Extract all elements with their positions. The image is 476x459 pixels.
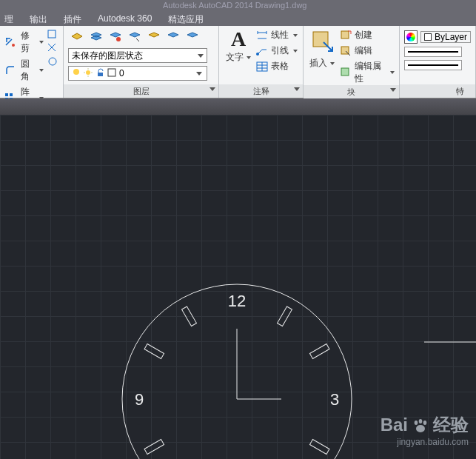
chevron-down-icon [39,69,44,72]
trim-button[interactable]: 修剪 [4,29,44,56]
ribbon: 修剪 圆角 阵列 [0,26,476,98]
color-swatch-icon [107,68,116,79]
layer-state-dropdown[interactable]: 未保存的图层状态 [68,48,207,63]
svg-rect-5 [48,30,56,38]
insert-block-icon [310,29,334,56]
watermark-text1: Bai [381,415,408,435]
panel-annotation: A 文字 线性 引线 表格 [219,26,304,98]
tool-icon-2[interactable] [47,42,58,54]
svg-rect-15 [108,69,115,76]
svg-point-40 [416,425,425,432]
layer-tool-3[interactable] [107,29,124,45]
edit-attr-button[interactable]: 编辑属性 [340,60,395,85]
leader-label: 引线 [271,44,289,57]
panel-title-annotation[interactable]: 注释 [219,84,303,98]
drawing-canvas[interactable]: 12 3 6 9 Bai 经验 jingyan.baidu.com [0,98,476,459]
svg-rect-33 [144,440,164,455]
chevron-down-icon [293,34,298,37]
bulb-on-icon [72,68,81,79]
svg-rect-2 [10,93,13,96]
create-block-button[interactable]: 创建 [340,29,395,41]
svg-rect-30 [309,440,329,455]
menu-item-output[interactable]: 输出 [30,13,47,26]
chevron-down-icon [390,71,395,74]
svg-point-9 [86,70,90,75]
fillet-icon [4,64,16,76]
panel-title-block[interactable]: 块 [304,85,399,98]
layer-tool-6[interactable] [164,29,182,45]
clock-9: 9 [135,390,144,409]
watermark-text2: 经验 [433,413,469,437]
color-wheel-icon[interactable] [404,30,418,44]
watermark-url: jingyan.baidu.com [381,437,469,447]
table-button[interactable]: 表格 [256,60,298,73]
layer-tool-1[interactable] [68,29,86,45]
trim-icon [4,36,16,48]
canvas-tab-strip [0,98,476,115]
menu-item-plugins[interactable]: 插件 [64,13,81,26]
panel-properties: ByLayer 特 [400,26,476,98]
linetype-dropdown[interactable] [404,47,462,57]
menu-bar: 理 输出 插件 Autodesk 360 精选应用 [0,13,476,26]
text-a-icon: A [231,29,246,50]
svg-rect-35 [182,306,197,326]
svg-point-16 [256,53,259,56]
menu-item-autodesk360[interactable]: Autodesk 360 [98,13,152,24]
layer-tool-7[interactable] [184,29,201,45]
text-button[interactable]: 文字 [226,51,244,64]
svg-rect-14 [98,73,103,76]
lock-open-icon [95,68,104,79]
tool-icon-3[interactable] [47,56,58,67]
title-bar: Autodesk AutoCAD 2014 Drawing1.dwg [0,0,476,13]
table-icon [256,61,268,73]
bylayer-color[interactable]: ByLayer [420,31,471,43]
layer-tool-2[interactable] [87,29,105,45]
fillet-label: 圆角 [21,58,33,83]
edit-block-button[interactable]: 编辑 [340,44,395,57]
chevron-down-icon [293,50,298,53]
panel-title-properties[interactable]: 特 [400,84,475,98]
svg-rect-22 [341,31,349,38]
insert-button[interactable]: 插入 [309,57,327,70]
table-label: 表格 [271,60,289,73]
svg-point-7 [116,37,121,41]
create-label: 创建 [355,29,372,41]
menu-item-dangling[interactable]: 理 [4,13,13,26]
lineweight-dropdown[interactable] [404,60,462,70]
panel-layers: 未保存的图层状态 0 图层 [64,26,219,98]
create-icon [340,30,352,41]
layer-tool-5[interactable] [145,29,163,45]
watermark: Bai 经验 jingyan.baidu.com [381,413,469,447]
stray-line [424,341,476,343]
svg-point-38 [419,419,423,423]
linear-icon [256,30,268,41]
edit-attr-label: 编辑属性 [355,60,386,85]
fillet-button[interactable]: 圆角 [4,57,44,84]
svg-point-0 [12,44,15,47]
leader-icon [256,45,268,57]
layer-state-value: 未保存的图层状态 [72,50,143,62]
edit-attr-icon [340,67,352,78]
linear-dim-button[interactable]: 线性 [256,29,298,41]
svg-point-8 [73,69,79,75]
panel-title-layers[interactable]: 图层 [64,84,218,98]
tool-icon-1[interactable] [47,29,58,41]
svg-rect-34 [144,344,164,359]
svg-point-39 [423,421,427,425]
clock-drawing: 12 3 6 9 [111,273,363,459]
leader-button[interactable]: 引线 [256,44,298,57]
layer-combo-dropdown[interactable]: 0 [68,66,207,81]
svg-rect-28 [278,306,292,326]
chevron-down-icon [330,62,335,65]
panel-modify: 修剪 圆角 阵列 [0,26,64,98]
menu-item-featured[interactable]: 精选应用 [168,13,204,26]
app-title: Autodesk AutoCAD 2014 Drawing1.dwg [163,1,306,10]
svg-rect-1 [5,93,8,96]
chevron-down-icon [198,54,204,58]
svg-rect-29 [309,344,329,359]
trim-label: 修剪 [21,30,33,55]
layer-tool-4[interactable] [126,29,144,45]
chevron-down-icon [247,56,251,59]
svg-rect-24 [341,68,349,76]
svg-point-6 [49,58,56,65]
